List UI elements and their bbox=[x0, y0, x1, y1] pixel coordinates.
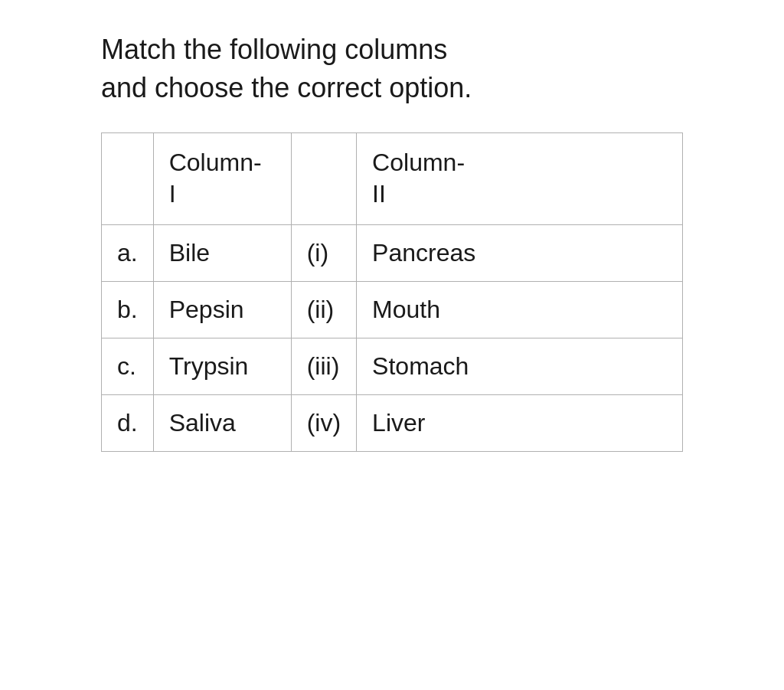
row-c-numeral: (iii) bbox=[291, 338, 356, 394]
header-col2: Column-II bbox=[357, 132, 683, 224]
row-a-col1: Bile bbox=[153, 224, 291, 281]
row-b-col2: Mouth bbox=[357, 281, 683, 338]
question-text: Match the following columns and choose t… bbox=[101, 31, 683, 108]
row-a-col2: Pancreas bbox=[357, 224, 683, 281]
row-b-numeral: (ii) bbox=[291, 281, 356, 338]
table-row: a. Bile (i) Pancreas bbox=[102, 224, 683, 281]
question-line1: Match the following columns bbox=[101, 34, 447, 65]
row-a-numeral: (i) bbox=[291, 224, 356, 281]
header-empty-numeral bbox=[291, 132, 356, 224]
row-a-letter: a. bbox=[102, 224, 154, 281]
table-row: b. Pepsin (ii) Mouth bbox=[102, 281, 683, 338]
question-line2: and choose the correct option. bbox=[101, 72, 472, 103]
row-d-letter: d. bbox=[102, 394, 154, 451]
header-empty-letter bbox=[102, 132, 154, 224]
row-b-letter: b. bbox=[102, 281, 154, 338]
match-table: Column-I Column-II a. Bile (i) Pancreas … bbox=[101, 132, 683, 452]
page-container: Match the following columns and choose t… bbox=[101, 31, 683, 452]
header-col1: Column-I bbox=[153, 132, 291, 224]
row-d-numeral: (iv) bbox=[291, 394, 356, 451]
row-c-col2: Stomach bbox=[357, 338, 683, 394]
table-row: c. Trypsin (iii) Stomach bbox=[102, 338, 683, 394]
row-c-letter: c. bbox=[102, 338, 154, 394]
row-d-col1: Saliva bbox=[153, 394, 291, 451]
row-b-col1: Pepsin bbox=[153, 281, 291, 338]
table-header-row: Column-I Column-II bbox=[102, 132, 683, 224]
row-d-col2: Liver bbox=[357, 394, 683, 451]
row-c-col1: Trypsin bbox=[153, 338, 291, 394]
table-row: d. Saliva (iv) Liver bbox=[102, 394, 683, 451]
